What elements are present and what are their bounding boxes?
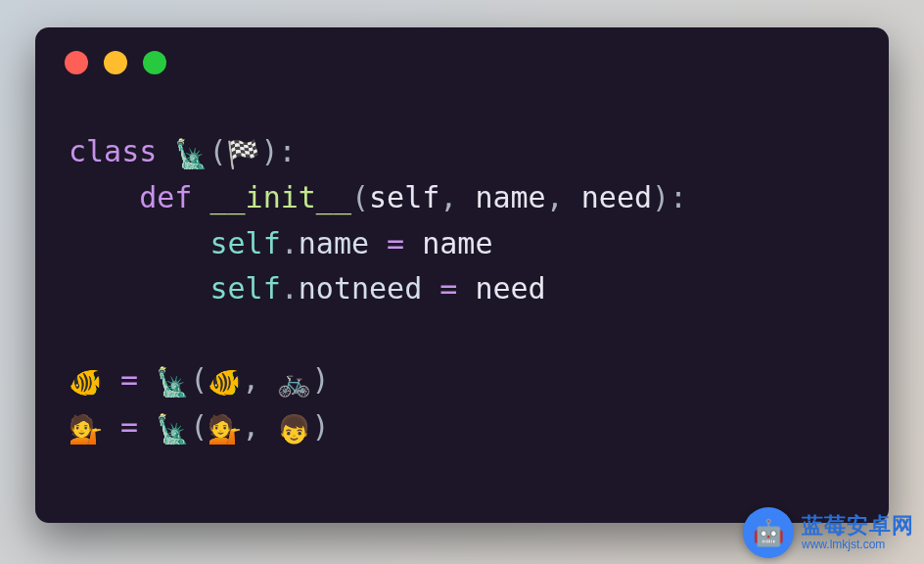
code-block: class 🗽(🏁): def __init__(self, name, nee… [35, 129, 889, 450]
watermark-text: 蓝莓安卓网 www.lmkjst.com [802, 514, 914, 550]
watermark-logo-icon: 🤖 [743, 507, 794, 558]
param-name: name [475, 180, 545, 214]
parent-class-emoji: 🏁 [226, 138, 260, 170]
class-name-emoji: 🗽 [174, 138, 208, 170]
params-close-colon: ): [652, 180, 687, 214]
arg2-bike-emoji: 🚲 [277, 366, 311, 399]
paren-open: ( [190, 362, 208, 397]
paren-open: ( [190, 409, 208, 444]
param-self: self [369, 180, 439, 214]
function-name: __init__ [210, 180, 352, 214]
self-ref: self [210, 271, 281, 306]
assign-op: = [422, 271, 475, 306]
param-need: need [581, 180, 652, 214]
minimize-icon[interactable] [104, 51, 127, 74]
assign-op: = [103, 409, 156, 444]
watermark-subtitle: www.lmkjst.com [802, 539, 914, 551]
paren-open: ( [208, 134, 226, 168]
maximize-icon[interactable] [143, 51, 166, 74]
close-icon[interactable] [65, 51, 88, 74]
assign-op: = [369, 226, 422, 260]
window-traffic-lights [35, 51, 889, 74]
arg1-fish-emoji: 🐠 [208, 366, 242, 399]
code-window: class 🗽(🏁): def __init__(self, name, nee… [35, 27, 889, 523]
assign-op: = [103, 362, 156, 397]
attr-name: name [299, 226, 369, 260]
dot: . [281, 271, 299, 306]
dot: . [281, 226, 299, 260]
watermark: 🤖 蓝莓安卓网 www.lmkjst.com [743, 507, 914, 558]
lhs-person-emoji: 💁 [69, 413, 103, 446]
params-open: ( [351, 180, 369, 214]
comma: , [546, 180, 581, 214]
robot-icon: 🤖 [753, 518, 784, 547]
paren-close: ) [311, 362, 329, 397]
self-ref: self [210, 226, 281, 260]
arg2-boy-emoji: 👦 [277, 413, 311, 446]
lhs-fish-emoji: 🐠 [69, 366, 103, 399]
attr-notneed: notneed [299, 271, 422, 306]
class-ref-emoji: 🗽 [156, 413, 190, 446]
comma: , [242, 362, 277, 397]
keyword-def: def [139, 180, 192, 214]
watermark-title: 蓝莓安卓网 [802, 514, 914, 538]
value-need: need [475, 271, 545, 306]
arg1-person-emoji: 💁 [208, 413, 242, 446]
paren-close: ) [311, 409, 329, 444]
paren-close-colon: ): [260, 134, 296, 168]
class-ref-emoji: 🗽 [156, 366, 190, 399]
keyword-class: class [69, 134, 157, 168]
value-name: name [422, 226, 492, 260]
comma: , [242, 409, 277, 444]
comma: , [439, 180, 475, 214]
